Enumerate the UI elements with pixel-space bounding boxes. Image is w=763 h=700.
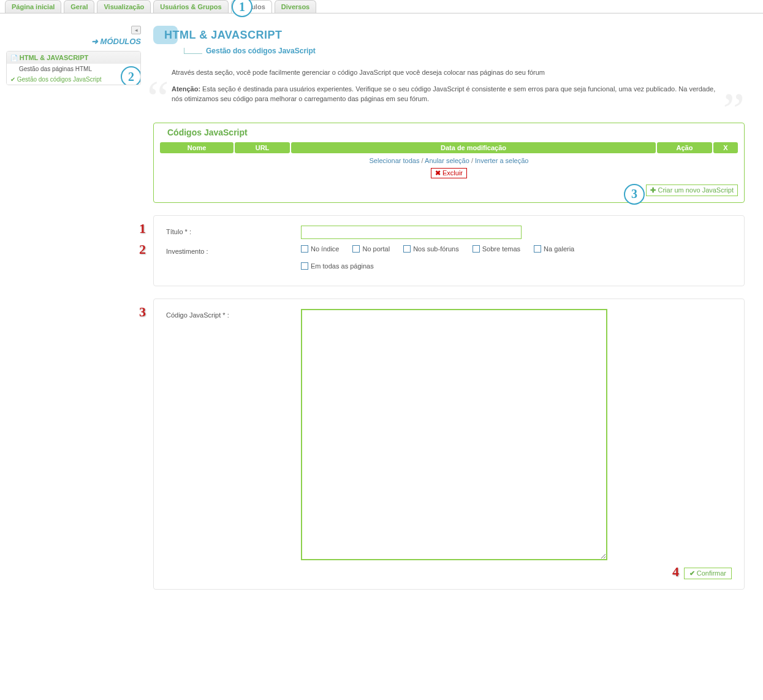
quote-left-icon: “ [147,86,169,110]
tab-users[interactable]: Usuários & Grupos [153,0,228,13]
create-js-button[interactable]: Criar um novo JavaScript [646,185,738,196]
form-panel-1: 1 2 Título * : Investimento : No índice … [153,215,745,286]
quote-right-icon: ” [723,98,745,123]
callout-3: 3 [624,184,645,205]
table-header-row: Nome URL Data de modificação Ação X [160,142,738,153]
select-all-link[interactable]: Selecionar todas [370,157,420,164]
intro-paragraph-2: Atenção: Esta seção é destinada para usu… [172,84,726,104]
code-label: Código JavaScript * : [166,309,301,319]
red-callout-1: 1 [139,221,146,237]
intro-text: “ Através desta seção, você pode facilme… [153,67,745,104]
chk-topics[interactable]: Sobre temas [473,245,520,253]
red-callout-3: 3 [139,304,146,320]
subtitle-arrow-icon [184,48,202,54]
confirm-button[interactable]: Confirmar [684,568,732,579]
chk-portal[interactable]: No portal [352,245,390,253]
sidebar: ◂ MÓDULOS HTML & JAVASCRIPT Gestão das p… [0,20,147,614]
tab-misc[interactable]: Diversos [275,0,316,13]
th-x: X [713,142,738,153]
top-tabs: Página inicial Geral Visualização Usuári… [0,0,763,13]
callout-2: 2 [121,66,141,85]
deselect-link[interactable]: Anular seleção [425,157,469,164]
red-callout-2: 2 [139,242,146,257]
code-textarea[interactable] [301,309,607,560]
form-panel-2: 3 Código JavaScript * : 4 Confirmar [153,299,745,590]
title-input[interactable] [301,226,522,239]
page-subtitle: Gestão dos códigos JavaScript [206,47,316,55]
page-title: HTML & JAVASCRIPT [164,29,283,42]
sidebar-panel-title: HTML & JAVASCRIPT [7,51,140,64]
invert-link[interactable]: Inverter a seleção [475,157,528,164]
js-codes-panel: Códigos JavaScript Nome URL Data de modi… [153,123,745,203]
sidebar-heading: MÓDULOS [6,37,141,46]
tab-general[interactable]: Geral [64,0,94,13]
chk-gallery[interactable]: Na galeria [534,245,574,253]
sidebar-item-html[interactable]: Gestão das páginas HTML [7,64,140,74]
th-action: Ação [657,142,712,153]
title-label: Título * : [166,226,301,235]
tab-visual[interactable]: Visualização [97,0,151,13]
th-date: Data de modificação [291,142,656,153]
chk-index[interactable]: No índice [301,245,339,253]
chk-allpages[interactable]: Em todas as páginas [301,262,732,270]
red-callout-4: 4 [672,564,679,580]
intro-paragraph-1: Através desta seção, você pode facilment… [172,67,726,78]
content-area: HTML & JAVASCRIPT Gestão dos códigos Jav… [147,20,763,614]
chk-subforums[interactable]: Nos sub-fóruns [403,245,459,253]
delete-button[interactable]: Excluir [431,168,467,178]
js-codes-legend: Códigos JavaScript [165,127,250,137]
tab-home[interactable]: Página inicial [5,0,61,13]
th-url: URL [235,142,290,153]
th-name: Nome [160,142,233,153]
collapse-icon[interactable]: ◂ [131,26,141,34]
placement-label: Investimento : [166,245,301,255]
